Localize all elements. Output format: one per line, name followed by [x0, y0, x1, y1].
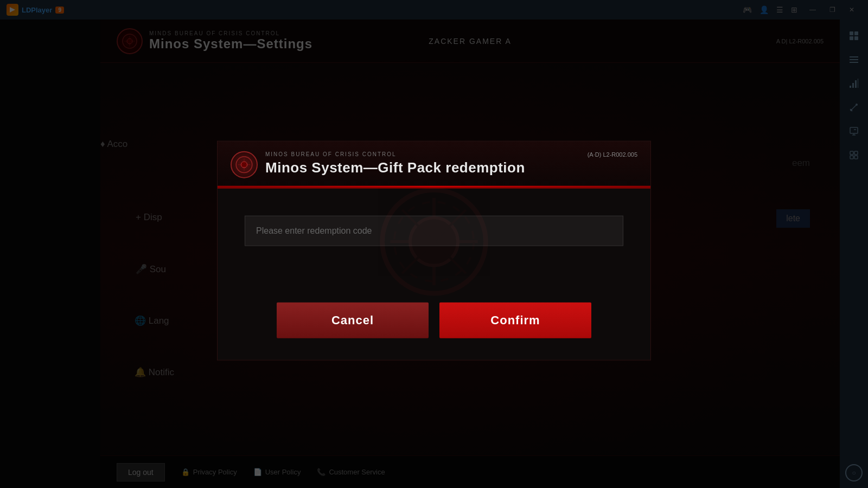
dialog-body [218, 189, 650, 297]
dialog-title-text: Minos System—Gift Pack redemption [265, 159, 637, 176]
dialog-header: MINOS BUREAU OF CRISIS CONTROL Minos Sys… [218, 142, 650, 189]
gift-pack-dialog: MINOS BUREAU OF CRISIS CONTROL Minos Sys… [217, 141, 651, 361]
dialog-header-top: MINOS BUREAU OF CRISIS CONTROL Minos Sys… [231, 151, 637, 186]
dialog-logo-icon [231, 151, 258, 178]
dialog-bureau-text: MINOS BUREAU OF CRISIS CONTROL [265, 151, 637, 157]
redemption-input-wrap [245, 216, 623, 246]
dialog-player-id: (A·D) L2-R002.005 [588, 151, 637, 158]
cancel-button[interactable]: Cancel [277, 303, 429, 338]
dialog-buttons: Cancel Confirm [218, 297, 650, 360]
dialog-header-text: MINOS BUREAU OF CRISIS CONTROL Minos Sys… [265, 151, 637, 176]
redemption-code-input[interactable] [245, 216, 623, 246]
confirm-button[interactable]: Confirm [439, 303, 591, 338]
